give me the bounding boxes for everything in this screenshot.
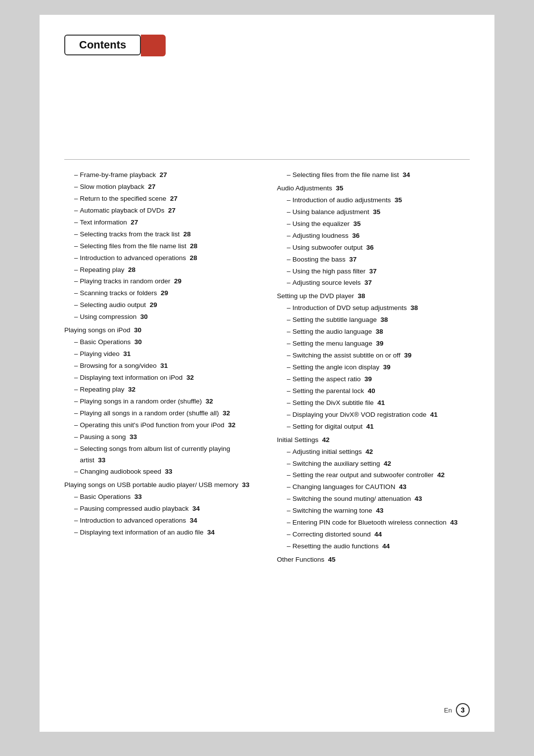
toc-sub-item: –Adjusting loudness 36 (277, 230, 470, 242)
sub-text: Introduction to advanced operations 34 (80, 515, 257, 527)
section-page: 33 (242, 481, 249, 489)
dash: – (287, 505, 291, 517)
dash: – (287, 386, 291, 397)
sub-page: 31 (123, 350, 131, 357)
sub-page: 39 (364, 375, 372, 383)
dash: – (74, 170, 78, 181)
toc-sub-item: –Setting the aspect ratio 39 (277, 374, 470, 385)
sub-page: 33 (134, 493, 142, 500)
toc-sub-item: –Operating this unit's iPod function fro… (64, 420, 257, 431)
sub-page: 32 (128, 386, 135, 393)
sub-page: 43 (376, 507, 383, 514)
dash: – (287, 409, 291, 421)
contents-header: Contents (64, 35, 141, 55)
sub-page: 37 (349, 256, 356, 263)
toc-sub-item: –Selecting tracks from the track list 28 (64, 229, 257, 240)
sub-text: Browsing for a song/video 31 (80, 360, 257, 372)
dash: – (287, 374, 291, 385)
toc-sub-item: –Changing audiobook speed 33 (64, 466, 257, 478)
dash: – (74, 408, 78, 419)
sub-text: Setting the DivX subtitle file 41 (293, 398, 470, 409)
toc-sub-item: –Correcting distorted sound 44 (277, 529, 470, 540)
dash: – (74, 372, 78, 384)
sub-text: Playing video 31 (80, 349, 257, 360)
section-page: 30 (134, 326, 141, 334)
sub-page: 34 (402, 171, 410, 178)
sub-page: 37 (369, 267, 377, 275)
toc-sub-item: –Selecting audio output 29 (64, 300, 257, 311)
sub-page: 34 (207, 529, 215, 536)
toc-sub-item: –Automatic playback of DVDs 27 (64, 205, 257, 217)
language-label: En (444, 707, 452, 714)
sub-page: 35 (373, 208, 380, 216)
toc-sub-item: –Setting the rear output and subwoofer c… (277, 470, 470, 481)
sub-page: 29 (161, 289, 168, 297)
page-title: Contents (79, 39, 126, 51)
dash: – (74, 337, 78, 348)
sub-text: Pausing compressed audio playback 34 (80, 503, 257, 515)
dash: – (287, 458, 291, 470)
sub-text: Basic Operations 33 (80, 491, 257, 503)
sub-text: Changing languages for CAUTION 43 (293, 482, 470, 493)
sub-page: 28 (190, 254, 197, 262)
toc-sub-item: –Introduction of DVD setup adjustments 3… (277, 303, 470, 314)
sub-page: 41 (377, 399, 385, 406)
toc-sub-item: –Pausing a song 33 (64, 432, 257, 443)
dash: – (287, 195, 291, 206)
toc-sub-item: –Playing all songs in a random order (sh… (64, 408, 257, 419)
sub-text: Selecting audio output 29 (80, 300, 257, 311)
sub-text: Selecting files from the file name list … (293, 170, 470, 181)
sub-text: Setting for digital output 41 (293, 421, 470, 433)
sub-text: Using balance adjustment 35 (293, 207, 470, 218)
sub-page: 34 (190, 517, 197, 524)
toc-sub-item: –Adjusting source levels 37 (277, 277, 470, 289)
sub-page: 44 (382, 542, 390, 550)
sub-page: 33 (165, 468, 172, 475)
sub-page: 39 (383, 363, 391, 371)
sub-text: Setting the aspect ratio 39 (293, 374, 470, 385)
sub-page: 29 (174, 277, 181, 285)
section-page: 42 (322, 436, 330, 444)
right-column: –Selecting files from the file name list… (277, 170, 470, 566)
dash: – (287, 170, 291, 181)
page: Contents –Frame-by-frame playback 27–Slo… (40, 15, 494, 732)
sub-page: 32 (222, 409, 230, 417)
sub-page: 33 (98, 456, 105, 464)
dash: – (74, 527, 78, 538)
toc-sub-item: –Frame-by-frame playback 27 (64, 170, 257, 181)
toc-sub-item: –Pausing compressed audio playback 34 (64, 503, 257, 515)
sub-text: Boosting the bass 37 (293, 254, 470, 266)
page-number: 3 (456, 703, 470, 717)
dash: – (287, 529, 291, 540)
sub-text: Return to the specified scene 27 (80, 193, 257, 205)
sub-text: Displaying text information of an audio … (80, 527, 257, 538)
sub-page: 34 (192, 505, 200, 512)
dash: – (287, 266, 291, 277)
toc-sub-item: –Slow motion playback 27 (64, 181, 257, 193)
section-text: Setting up the DVD player (277, 292, 354, 300)
toc-sub-item: –Selecting files from the file name list… (64, 241, 257, 252)
sub-page: 43 (414, 495, 422, 502)
dash: – (74, 205, 78, 217)
sub-page: 27 (131, 219, 138, 226)
sub-text: Automatic playback of DVDs 27 (80, 205, 257, 217)
toc-sub-item: –Resetting the audio functions 44 (277, 541, 470, 552)
sub-text: Setting the angle icon display 39 (293, 362, 470, 373)
section-page: 38 (358, 292, 365, 300)
toc-sub-item: –Using subwoofer output 36 (277, 242, 470, 254)
dash: – (74, 276, 78, 287)
sub-page: 27 (160, 171, 167, 178)
dash: – (287, 314, 291, 326)
sub-page: 28 (183, 230, 191, 238)
sub-text: Setting the parental lock 40 (293, 386, 470, 397)
dash: – (287, 303, 291, 314)
sub-page: 42 (365, 448, 373, 455)
dash: – (74, 432, 78, 443)
left-column: –Frame-by-frame playback 27–Slow motion … (64, 170, 257, 566)
sub-page: 40 (368, 387, 375, 395)
sub-page: 31 (160, 362, 168, 369)
toc-section: Initial Settings 42 (277, 435, 470, 446)
dash: – (74, 288, 78, 299)
sub-page: 32 (186, 374, 194, 381)
dash: – (74, 491, 78, 503)
